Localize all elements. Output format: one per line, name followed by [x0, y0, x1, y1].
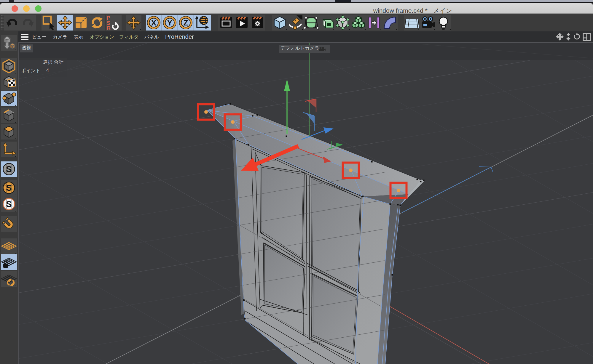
svg-text:S: S	[6, 164, 12, 174]
svg-text:Z: Z	[184, 18, 188, 27]
svg-text:S: S	[6, 199, 12, 209]
svg-text:X: X	[151, 18, 157, 27]
svg-text:R: R	[107, 25, 111, 31]
svg-text:S: S	[6, 183, 12, 193]
svg-text:Y: Y	[167, 18, 172, 27]
